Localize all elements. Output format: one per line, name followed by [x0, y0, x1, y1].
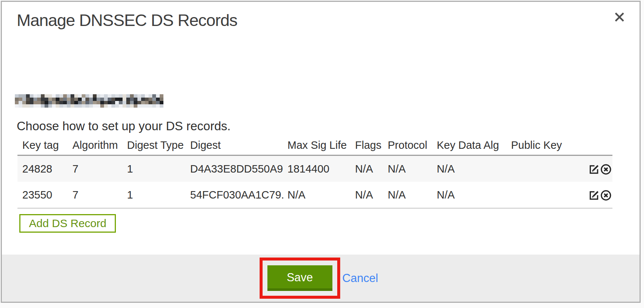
col-header-digest: Digest: [186, 135, 284, 155]
close-icon[interactable]: [613, 11, 626, 24]
col-header-key-data-alg: Key Data Alg: [433, 135, 507, 155]
save-button[interactable]: Save: [267, 265, 332, 291]
cell-key-data-alg: N/A: [433, 155, 507, 182]
edit-record-icon[interactable]: [588, 190, 600, 201]
modal-footer: Save Cancel: [2, 255, 640, 302]
cell-flags: N/A: [351, 182, 384, 208]
cell-digest: 54FCF030AA1C79...: [186, 182, 284, 208]
cell-digest-type: 1: [123, 155, 186, 182]
col-header-protocol: Protocol: [384, 135, 433, 155]
edit-record-icon[interactable]: [588, 164, 600, 175]
add-ds-record-button[interactable]: Add DS Record: [19, 214, 116, 233]
cell-flags: N/A: [351, 155, 384, 182]
col-header-digest-type: Digest Type: [123, 135, 186, 155]
cell-key-tag: 23550: [17, 182, 69, 208]
col-header-public-key: Public Key: [507, 135, 572, 155]
row-actions: [572, 182, 612, 208]
ds-record-row: 235507154FCF030AA1C79...N/AN/AN/AN/A: [17, 182, 612, 208]
cell-public-key: [507, 155, 572, 182]
ds-records-table: Key tagAlgorithmDigest TypeDigestMax Sig…: [17, 135, 612, 209]
cell-protocol: N/A: [384, 182, 433, 208]
col-header-flags: Flags: [351, 135, 384, 155]
cell-algorithm: 7: [69, 155, 123, 182]
annotation-highlight-box: Save: [260, 258, 340, 299]
cell-public-key: [507, 182, 572, 208]
page-title: Manage DNSSEC DS Records: [17, 11, 237, 30]
cell-key-data-alg: N/A: [433, 182, 507, 208]
cell-max-sig-life: N/A: [284, 182, 351, 208]
col-header-max-sig-life: Max Sig Life: [284, 135, 351, 155]
cell-max-sig-life: 1814400: [284, 155, 351, 182]
row-actions: [572, 155, 612, 182]
cell-algorithm: 7: [69, 182, 123, 208]
cancel-link[interactable]: Cancel: [342, 272, 378, 285]
cell-protocol: N/A: [384, 155, 433, 182]
col-header-actions: [572, 135, 612, 155]
col-header-key-tag: Key tag: [17, 135, 69, 155]
delete-record-icon[interactable]: [600, 190, 612, 201]
col-header-algorithm: Algorithm: [69, 135, 123, 155]
cell-digest: D4A33E8DD550A9...: [186, 155, 284, 182]
cell-digest-type: 1: [123, 182, 186, 208]
redacted-domain-name: [15, 94, 163, 108]
instruction-text: Choose how to set up your DS records.: [17, 119, 231, 133]
dnssec-ds-records-modal: Manage DNSSEC DS Records Choose how to s…: [1, 1, 641, 303]
cell-key-tag: 24828: [17, 155, 69, 182]
ds-record-row: 2482871D4A33E8DD550A9...1814400N/AN/AN/A: [17, 155, 612, 182]
table-header-row: Key tagAlgorithmDigest TypeDigestMax Sig…: [17, 135, 612, 155]
delete-record-icon[interactable]: [600, 164, 612, 175]
